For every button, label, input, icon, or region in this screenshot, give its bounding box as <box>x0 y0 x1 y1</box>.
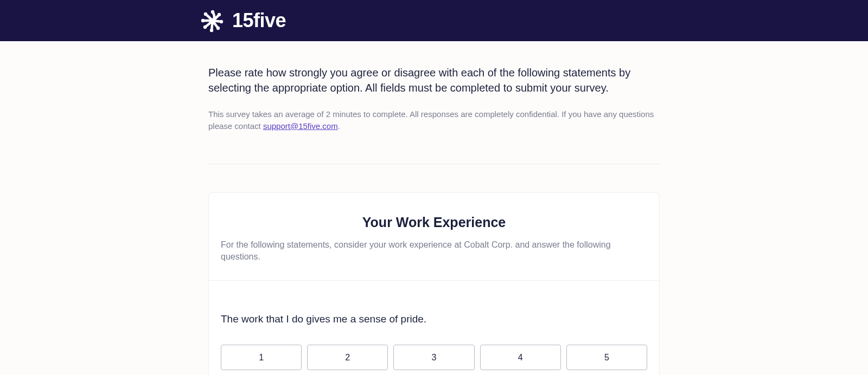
scale-item: 2 Disagree <box>307 345 388 375</box>
survey-instructions: Please rate how strongly you agree or di… <box>208 65 660 95</box>
section-title: Your Work Experience <box>221 215 647 230</box>
section-subtitle: For the following statements, consider y… <box>221 239 647 263</box>
scale-item: 4 Agree <box>480 345 561 375</box>
scale-item: 3 Neither Agree nor Disagree <box>393 345 474 375</box>
brand-logo-text: 15five <box>232 9 286 32</box>
question-block: The work that I do gives me a sense of p… <box>209 281 659 375</box>
survey-meta: This survey takes an average of 2 minute… <box>208 108 660 132</box>
scale-option-1[interactable]: 1 <box>221 345 302 370</box>
survey-meta-suffix: . <box>338 121 340 131</box>
main-content: Please rate how strongly you agree or di… <box>208 41 660 375</box>
scale-option-5[interactable]: 5 <box>566 345 647 370</box>
likert-scale: 1 Strongly Disagree 2 Disagree 3 Neither… <box>221 345 647 375</box>
scale-option-3[interactable]: 3 <box>393 345 474 370</box>
question-text: The work that I do gives me a sense of p… <box>221 313 647 325</box>
scale-item: 5 Strongly Agree <box>566 345 647 375</box>
scale-item: 1 Strongly Disagree <box>221 345 302 375</box>
survey-section-card: Your Work Experience For the following s… <box>208 192 660 376</box>
scale-option-2[interactable]: 2 <box>307 345 388 370</box>
support-email-link[interactable]: support@15five.com <box>263 121 338 131</box>
section-divider <box>208 164 660 164</box>
brand-logo: 15five <box>200 8 286 34</box>
scale-option-4[interactable]: 4 <box>480 345 561 370</box>
brand-logo-icon <box>200 8 226 34</box>
app-header: 15five <box>0 0 868 41</box>
section-header: Your Work Experience For the following s… <box>209 193 659 281</box>
